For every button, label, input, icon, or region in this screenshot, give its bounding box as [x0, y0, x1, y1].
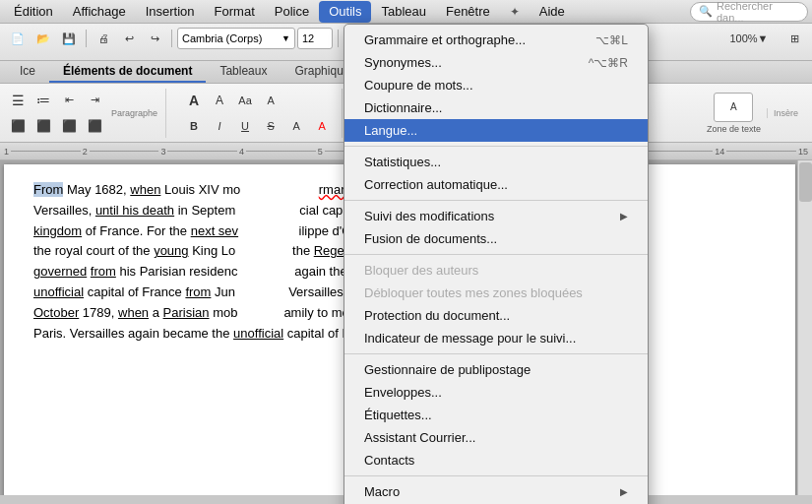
sep3 — [338, 30, 339, 47]
menu-contacts[interactable]: Contacts — [344, 449, 648, 472]
font-size-selector[interactable]: 12 — [297, 28, 333, 49]
menu-sep5 — [344, 475, 648, 476]
menu-synonymes[interactable]: Synonymes... ^⌥⌘R — [344, 51, 648, 74]
new-button[interactable]: 📄 — [6, 27, 30, 50]
menu-fenetre[interactable]: Fenêtre — [436, 1, 500, 23]
font-size-label: 12 — [302, 32, 314, 44]
scrollbar-thumb[interactable] — [799, 162, 812, 202]
insere-label: Insère — [767, 108, 798, 118]
open-button[interactable]: 📂 — [31, 27, 55, 50]
underline2-button[interactable]: U — [233, 114, 257, 138]
font-section: A A Aa A B I U S A A — [174, 89, 343, 138]
align-right2-button[interactable]: ⬛ — [57, 114, 81, 138]
menu-assistant-label: Assistant Courrier... — [364, 430, 475, 445]
menu-sep1 — [344, 146, 648, 147]
menu-synonymes-label: Synonymes... — [364, 55, 442, 70]
save-button[interactable]: 💾 — [57, 27, 81, 50]
sep2 — [171, 30, 172, 47]
menu-sep2 — [344, 200, 648, 201]
menu-grammaire[interactable]: Grammaire et orthographe... ⌥⌘L — [344, 29, 648, 51]
menu-macro-label: Macro — [364, 484, 400, 499]
list-ordered-button[interactable]: ≔ — [31, 89, 55, 112]
align-buttons: ⬛ ⬛ ⬛ ⬛ — [6, 114, 106, 138]
search-placeholder: Rechercher dan... — [717, 0, 799, 24]
menu-assistant[interactable]: Assistant Courrier... — [344, 426, 648, 449]
menu-contacts-label: Contacts — [364, 453, 414, 468]
zone-texte-button[interactable]: A — [714, 93, 753, 122]
font-name-label: Cambria (Corps) — [182, 32, 262, 44]
print-button[interactable]: 🖨 — [92, 27, 115, 50]
menu-debloquer-label: Débloquer toutes mes zones bloquées — [364, 285, 583, 300]
font-aa-button[interactable]: Aa — [233, 89, 257, 112]
menu-protection[interactable]: Protection du document... — [344, 304, 648, 327]
menu-statistiques-label: Statistiques... — [364, 155, 441, 169]
menu-macro[interactable]: Macro ▶ — [344, 480, 648, 503]
align-justify-button[interactable]: ⬛ — [83, 114, 106, 138]
undo-button[interactable]: ↩ — [117, 27, 141, 50]
menu-coupure[interactable]: Coupure de mots... — [344, 74, 648, 96]
view-button[interactable]: ⊞ — [782, 27, 806, 50]
bold2-button[interactable]: B — [182, 114, 206, 138]
list-buttons: ☰ ≔ ⇤ ⇥ — [6, 89, 106, 112]
indent-right-button[interactable]: ⇥ — [83, 89, 106, 112]
menu-indicateur[interactable]: Indicateur de message pour le suivi... — [344, 327, 648, 349]
menu-format[interactable]: Format — [205, 1, 265, 23]
menu-edition[interactable]: Édition — [4, 1, 63, 23]
menu-aide[interactable]: Aide — [530, 1, 575, 23]
clear-format-button[interactable]: A — [259, 89, 282, 112]
menu-suivi-arrow: ▶ — [620, 211, 628, 221]
menu-outils[interactable]: Outils — [319, 1, 371, 23]
align-center2-button[interactable]: ⬛ — [31, 114, 55, 138]
menu-etiquettes[interactable]: Étiquettes... — [344, 404, 648, 426]
menu-gestionnaire[interactable]: Gestionnaire de publipostage — [344, 358, 648, 381]
vertical-scrollbar[interactable] — [797, 160, 812, 495]
font-decrease-button[interactable]: A — [208, 89, 231, 112]
menu-correction[interactable]: Correction automatique... — [344, 173, 648, 196]
menu-etiquettes-label: Étiquettes... — [364, 408, 432, 422]
zone-texte-label: Zone de texte — [707, 124, 761, 134]
toolbar-right-group: 100%▼ ⊞ — [719, 27, 806, 50]
strikethrough-button[interactable]: S — [259, 114, 282, 138]
menu-sep4 — [344, 353, 648, 354]
menu-affichage[interactable]: Affichage — [63, 1, 136, 23]
menu-insertion[interactable]: Insertion — [136, 1, 205, 23]
font-increase-button[interactable]: A — [182, 89, 206, 112]
italic2-button[interactable]: I — [208, 114, 231, 138]
highlight-button[interactable]: A — [284, 114, 308, 138]
menu-macro-arrow: ▶ — [620, 486, 628, 497]
menu-sep3 — [344, 254, 648, 255]
menu-fusion[interactable]: Fusion de documents... — [344, 227, 648, 250]
color-button[interactable]: A — [310, 114, 334, 138]
search-icon: 🔍 — [699, 5, 713, 18]
menu-correction-label: Correction automatique... — [364, 177, 508, 192]
list-unordered-button[interactable]: ☰ — [6, 89, 30, 112]
tab-elements[interactable]: Éléments de document — [49, 61, 206, 83]
menu-indicateur-label: Indicateur de message pour le suivi... — [364, 331, 576, 346]
redo-button[interactable]: ↪ — [143, 27, 166, 50]
font-name-arrow: ▼ — [281, 33, 290, 43]
indent-left-button[interactable]: ⇤ — [57, 89, 81, 112]
menu-enveloppes-label: Enveloppes... — [364, 385, 442, 400]
menu-fusion-label: Fusion de documents... — [364, 231, 497, 246]
menu-dictionnaire-label: Dictionnaire... — [364, 100, 442, 115]
tab-ice[interactable]: Ice — [6, 61, 49, 83]
paragraph-label: Paragraphe — [111, 108, 157, 118]
menu-statistiques[interactable]: Statistiques... — [344, 151, 648, 173]
menubar: Édition Affichage Insertion Format Polic… — [0, 0, 812, 24]
menu-police[interactable]: Police — [265, 1, 319, 23]
zoom-button[interactable]: 100%▼ — [719, 27, 779, 50]
menu-grammaire-label: Grammaire et orthographe... — [364, 32, 526, 47]
search-box[interactable]: 🔍 Rechercher dan... — [690, 2, 808, 22]
insert-section: A Zone de texte Insère — [707, 93, 806, 134]
search-area: 🔍 Rechercher dan... — [690, 2, 808, 22]
align-left2-button[interactable]: ⬛ — [6, 114, 30, 138]
menu-separator-icon: ✦ — [500, 1, 530, 23]
menu-langue[interactable]: Langue... — [344, 119, 648, 142]
menu-coupure-label: Coupure de mots... — [364, 78, 473, 93]
menu-dictionnaire[interactable]: Dictionnaire... — [344, 96, 648, 119]
tab-tableaux[interactable]: Tableaux — [206, 61, 281, 83]
font-name-selector[interactable]: Cambria (Corps) ▼ — [177, 28, 295, 49]
menu-tableau[interactable]: Tableau — [371, 1, 436, 23]
menu-suivi[interactable]: Suivi des modifications ▶ — [344, 205, 648, 227]
menu-enveloppes[interactable]: Enveloppes... — [344, 381, 648, 404]
